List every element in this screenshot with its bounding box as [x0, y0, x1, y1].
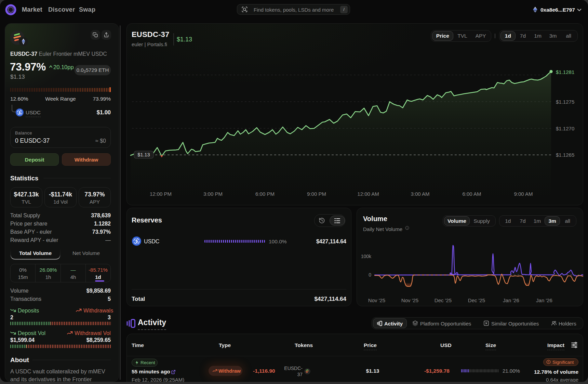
- svg-text:$1.13: $1.13: [137, 152, 150, 157]
- svg-text:$: $: [135, 239, 138, 244]
